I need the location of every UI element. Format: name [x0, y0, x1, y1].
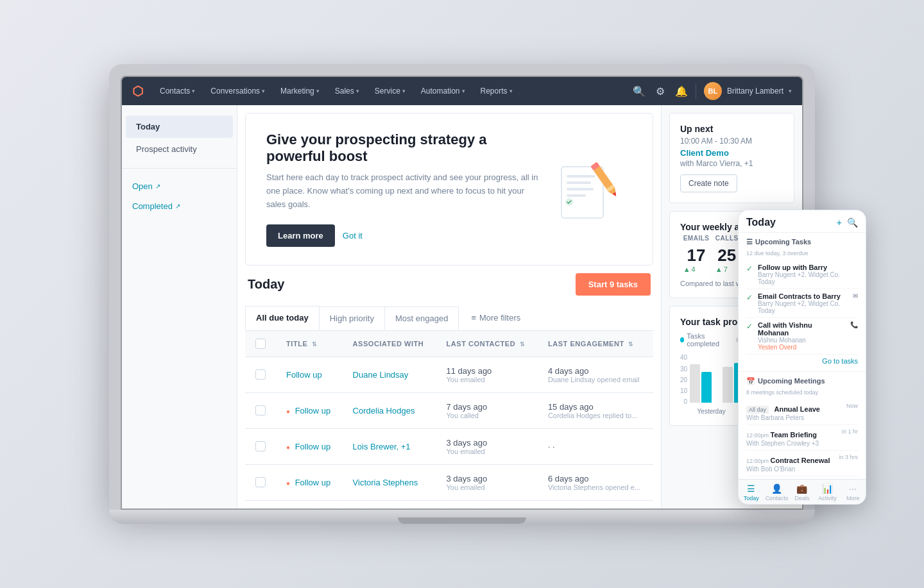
row-checkbox-cell: [245, 357, 276, 392]
sidebar-link-open[interactable]: Open ↗: [122, 176, 237, 196]
task-title-link-1[interactable]: Follow up: [295, 406, 331, 416]
up-next-card: Up next 10:00 AM - 10:30 AM Client Demo …: [669, 113, 794, 203]
settings-icon[interactable]: ⚙: [656, 85, 665, 97]
filter-all-due[interactable]: All due today: [245, 306, 320, 330]
row-title-cell-1: ● Follow up: [276, 392, 343, 428]
service-chevron: ▾: [402, 88, 406, 94]
meeting-title[interactable]: Client Demo: [680, 148, 783, 158]
nav-marketing[interactable]: Marketing ▾: [274, 83, 326, 99]
row-title-cell-2: ● Follow up: [276, 428, 343, 464]
svg-rect-2: [567, 181, 591, 184]
mobile-task-3: ✓ Call with Vishnu Mohanan Vishnu Mohana…: [746, 318, 858, 355]
filter-more[interactable]: ≡ More filters: [461, 307, 531, 329]
sidebar-item-prospect-activity[interactable]: Prospect activity: [126, 138, 233, 160]
tasks-section: Today Start 9 tasks All due today High p…: [237, 273, 661, 508]
contacted-sort-icon[interactable]: ⇅: [520, 341, 526, 348]
mobile-tasks-subtitle: 12 due today, 3 overdue: [746, 250, 858, 256]
row-checkbox-0[interactable]: [255, 369, 266, 380]
row-checkbox-1[interactable]: [255, 405, 266, 416]
legend-completed-dot: [680, 337, 684, 342]
row-contacted-cell-0: 11 days ago You emailed: [436, 357, 538, 392]
up-next-title: Up next: [680, 124, 783, 134]
notifications-icon[interactable]: 🔔: [675, 85, 688, 97]
tasks-table: Title ⇅ Associated With Last Contacted ⇅: [245, 331, 653, 501]
nav-reports[interactable]: Reports ▾: [474, 83, 519, 99]
title-sort-icon[interactable]: ⇅: [312, 341, 318, 348]
row-associated-cell-3: Victoria Stephens: [343, 464, 436, 500]
mobile-goto-tasks[interactable]: Go to tasks: [746, 355, 858, 369]
filter-most-engaged[interactable]: Most engaged: [384, 307, 459, 330]
mobile-search-icon[interactable]: 🔍: [847, 217, 858, 228]
mobile-task-3-icon: 📞: [850, 321, 858, 328]
task-title-link-3[interactable]: Follow up: [295, 478, 331, 487]
th-checkbox: [245, 331, 276, 357]
all-day-badge: All day: [746, 406, 769, 414]
learn-more-button[interactable]: Learn more: [266, 224, 335, 247]
bar-today-scheduled: [723, 367, 733, 403]
mobile-meetings-subtitle: 8 meetings scheduled today: [746, 389, 858, 396]
mobile-task-3-check: ✓: [746, 322, 753, 331]
contact-link-2[interactable]: Lois Brewer, +1: [353, 442, 411, 451]
mobile-task-1: ✓ Follow up with Barry Barry Nugent +2, …: [746, 260, 858, 289]
laptop-base: [109, 510, 815, 524]
search-icon[interactable]: 🔍: [633, 85, 646, 97]
row-contacted-cell-2: 3 days ago You emailed: [436, 428, 538, 464]
mobile-task-2: ✓ Email Contracts to Barry Barry Nugent …: [746, 289, 858, 318]
more-nav-icon: ···: [849, 483, 857, 494]
row-engagement-cell-0: 4 days ago Duane Lindsay opened email: [538, 357, 653, 392]
row-engagement-cell-3: 6 days ago Victoria Stephens opened e...: [538, 464, 653, 500]
sidebar-link-completed[interactable]: Completed ↗: [122, 196, 237, 216]
sidebar-divider: [122, 168, 237, 169]
row-checkbox-3[interactable]: [255, 477, 266, 487]
user-chevron: ▾: [789, 88, 792, 94]
create-note-button[interactable]: Create note: [680, 174, 737, 192]
today-nav-icon: ☰: [747, 483, 755, 494]
got-it-button[interactable]: Got it: [343, 231, 363, 240]
sidebar-item-today[interactable]: Today: [126, 115, 233, 138]
sales-chevron: ▾: [356, 88, 359, 94]
table-row: ● Follow up Cordelia Hodges 7 days ago Y…: [245, 392, 653, 428]
row-checkbox-cell: [245, 464, 276, 500]
contact-link-3[interactable]: Victoria Stephens: [353, 478, 418, 487]
activity-nav-icon: 📊: [822, 483, 833, 494]
engagement-sort-icon[interactable]: ⇅: [628, 341, 634, 348]
center-panel: Give your prospecting strategy a powerfu…: [237, 105, 661, 508]
select-all-checkbox[interactable]: [255, 339, 266, 349]
marketing-chevron: ▾: [316, 88, 320, 94]
priority-dot: ●: [286, 444, 290, 451]
row-checkbox-2[interactable]: [255, 441, 266, 451]
svg-rect-4: [567, 194, 586, 197]
bar-group-yesterday: [690, 364, 717, 403]
mobile-nav-deals[interactable]: 💼 Deals: [789, 483, 815, 501]
mobile-nav-more[interactable]: ··· More: [840, 483, 866, 501]
table-row: Follow up Duane Lindsay 11 days ago You …: [245, 357, 653, 392]
mobile-header-actions: + 🔍: [837, 217, 858, 228]
mobile-nav-activity[interactable]: 📊 Activity: [815, 483, 841, 501]
hero-content: Give your prospecting strategy a powerfu…: [266, 131, 542, 246]
nav-service[interactable]: Service ▾: [368, 83, 412, 99]
table-row: ● Follow up Lois Brewer, +1 3 days ago Y…: [245, 428, 653, 464]
task-title-link-2[interactable]: Follow up: [295, 442, 331, 451]
task-title-link-0[interactable]: Follow up: [286, 370, 322, 380]
sidebar: Today Prospect activity Open ↗ Completed…: [122, 105, 237, 508]
filter-high-priority[interactable]: High priority: [319, 307, 385, 330]
priority-dot: ●: [286, 480, 290, 487]
start-tasks-button[interactable]: Start 9 tasks: [576, 273, 651, 296]
nav-sales[interactable]: Sales ▾: [329, 83, 366, 99]
tasks-header: Today Start 9 tasks: [245, 273, 653, 296]
mobile-nav-today[interactable]: ☰ Today: [739, 483, 764, 501]
contact-link-0[interactable]: Duane Lindsay: [353, 370, 409, 380]
nav-conversations[interactable]: Conversations ▾: [204, 83, 271, 99]
hero-illustration: [542, 154, 632, 224]
mobile-nav-contacts[interactable]: 👤 Contacts: [764, 483, 790, 501]
hero-title: Give your prospecting strategy a powerfu…: [266, 131, 542, 165]
emails-change: ▲ 4: [683, 265, 710, 273]
mobile-add-icon[interactable]: +: [837, 217, 842, 228]
automation-chevron: ▾: [462, 88, 465, 94]
user-menu[interactable]: BL Brittany Lambert ▾: [704, 82, 792, 100]
hero-description: Start here each day to track prospect ac…: [266, 171, 542, 211]
row-checkbox-cell: [245, 428, 276, 464]
nav-automation[interactable]: Automation ▾: [415, 83, 472, 99]
nav-contacts[interactable]: Contacts ▾: [153, 83, 201, 99]
contact-link-1[interactable]: Cordelia Hodges: [353, 406, 415, 416]
